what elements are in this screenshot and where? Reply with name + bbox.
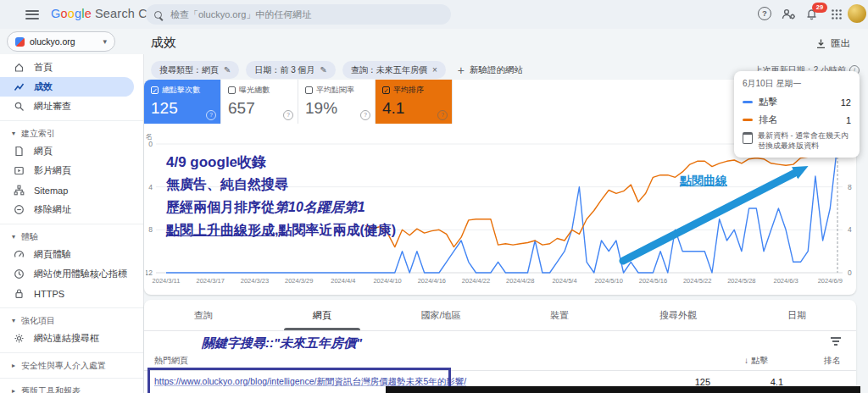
- lock-icon: [14, 288, 25, 299]
- column-header-position[interactable]: 排名: [768, 355, 856, 367]
- notifications-bell-icon[interactable]: 29: [805, 8, 821, 23]
- svg-text:2024/3/17: 2024/3/17: [197, 277, 225, 285]
- search-input[interactable]: [169, 8, 442, 20]
- divider: [0, 307, 143, 308]
- sidebar-item-pages[interactable]: 網頁: [0, 141, 143, 161]
- chevron-down-icon: ▾: [103, 37, 107, 46]
- svg-text:2024/4/10: 2024/4/10: [373, 277, 401, 285]
- checkbox-checked[interactable]: ✓: [382, 86, 390, 94]
- tooltip-row-clicks: 點擊 12: [743, 96, 851, 108]
- sidebar-item-removals[interactable]: 移除網址: [0, 200, 143, 219]
- export-label: 匯出: [831, 37, 850, 50]
- filter-chip-query[interactable]: 查詢：未來五年房價 ×: [342, 61, 446, 79]
- metric-card-total-impressions[interactable]: 曝光總數 657 ?: [221, 80, 298, 124]
- svg-text:8: 8: [848, 183, 852, 191]
- sidebar-item-label: 網址審查: [34, 100, 71, 113]
- svg-text:2024/3/11: 2024/3/11: [153, 277, 181, 285]
- user-settings-icon[interactable]: [782, 8, 797, 23]
- metric-value: 19%: [305, 99, 368, 118]
- sidebar-item-label: 網頁體驗: [34, 248, 71, 261]
- svg-text:2024/5/22: 2024/5/22: [683, 277, 711, 285]
- checkbox-unchecked[interactable]: [305, 86, 313, 94]
- help-icon[interactable]: ?: [206, 110, 216, 120]
- performance-chart-icon: [14, 81, 25, 92]
- sidebar-item-url-inspection[interactable]: 網址審查: [0, 97, 143, 116]
- tab-devices[interactable]: 裝置: [500, 300, 619, 330]
- tab-countries[interactable]: 國家/地區: [381, 300, 500, 330]
- help-icon[interactable]: ?: [360, 110, 370, 120]
- menu-icon[interactable]: [25, 10, 39, 19]
- tab-pages[interactable]: 網頁: [263, 300, 381, 330]
- sidebar-section-experience[interactable]: ▾體驗: [0, 229, 143, 245]
- sidebar-item-label: Sitemap: [34, 185, 68, 196]
- divider: [0, 378, 143, 379]
- edit-pencil-icon[interactable]: ✎: [320, 65, 327, 75]
- sidebar-section-indexing[interactable]: ▾建立索引: [0, 125, 143, 141]
- position-legend-dash: [743, 119, 753, 121]
- chart-tooltip: 6月10日 星期一 點擊 12 排名 1 最新資料 - 通常會在幾天內替換成最終…: [734, 71, 860, 158]
- checkbox-checked[interactable]: ✓: [151, 86, 159, 94]
- url-inspect-searchbar[interactable]: [146, 4, 451, 25]
- sidebar-item-https[interactable]: HTTPS: [0, 284, 143, 303]
- add-filter-button[interactable]: + 新驗證的網站: [458, 64, 523, 77]
- clicks-legend-dash: [743, 101, 753, 103]
- metric-card-average-position[interactable]: ✓平均排序 4.1 ?: [376, 80, 453, 124]
- sidebar-section-security[interactable]: ▸安全性與專人介入處置: [0, 357, 143, 374]
- metric-cards-row: ✓總點擊次數 125 ? 曝光總數 657 ? 平均點閱率 19% ? ✓平均排…: [144, 80, 453, 124]
- sidebar-item-label: 移除網址: [34, 203, 71, 216]
- tooltip-note: 最新資料 - 通常會在幾天內替換成最終版資料: [743, 131, 851, 151]
- tab-dates[interactable]: 日期: [737, 300, 856, 330]
- column-header-pages[interactable]: 熱門網頁: [144, 355, 687, 367]
- apps-grid-icon[interactable]: [831, 8, 846, 24]
- tooltip-date: 6月10日 星期一: [743, 78, 851, 90]
- svg-text:2024/4/22: 2024/4/22: [462, 277, 490, 285]
- sidebar-section-enhancements[interactable]: ▾強化項目: [0, 313, 143, 329]
- sidebar-item-video-pages[interactable]: 影片網頁: [0, 161, 143, 180]
- svg-text:2024/4/16: 2024/4/16: [418, 277, 446, 285]
- metric-value: 125: [151, 99, 214, 118]
- export-button[interactable]: 匯出: [815, 37, 850, 50]
- help-icon[interactable]: ?: [283, 110, 293, 120]
- google-search-console-app: GoogleSearch Console ? 29 oluckyo.org ▾ …: [0, 0, 868, 393]
- sidebar-item-sitelinks-searchbox[interactable]: 網站連結搜尋框: [0, 329, 143, 348]
- help-icon[interactable]: ?: [437, 110, 448, 120]
- column-header-clicks[interactable]: ↓點擊: [687, 355, 768, 367]
- filter-chip-date-range[interactable]: 日期：前 3 個月 ✎: [246, 61, 336, 79]
- sidebar-section-legacy-tools[interactable]: ▸舊版工具和報表: [0, 383, 143, 393]
- chart-annotation-1: 4/9 google收錄: [166, 152, 266, 172]
- chevron-down-icon: ▾: [12, 130, 15, 137]
- filter-chip-search-type[interactable]: 搜尋類型：網頁 ✎: [151, 61, 239, 79]
- metric-card-total-clicks[interactable]: ✓總點擊次數 125 ?: [144, 80, 221, 124]
- metric-card-average-ctr[interactable]: 平均點閱率 19% ?: [298, 80, 376, 124]
- close-icon[interactable]: ×: [432, 65, 437, 75]
- logo-google-text: Google: [51, 7, 92, 20]
- table-filter-icon[interactable]: [831, 337, 841, 347]
- sidebar-item-label: HTTPS: [34, 289, 64, 299]
- sort-down-icon: ↓: [744, 356, 748, 365]
- chevron-down-icon: ▾: [12, 233, 15, 241]
- property-favicon: [15, 37, 25, 47]
- sidebar-item-core-web-vitals[interactable]: 網站使用體驗核心指標: [0, 264, 143, 284]
- checkbox-unchecked[interactable]: [228, 86, 236, 94]
- sidebar-item-label: 成效: [34, 80, 53, 93]
- clock-icon: [14, 268, 25, 280]
- calendar-icon: [743, 132, 753, 144]
- account-avatar[interactable]: [848, 4, 866, 23]
- sidebar-item-home[interactable]: 首頁: [0, 58, 143, 77]
- property-selector[interactable]: oluckyo.org ▾: [7, 31, 115, 52]
- tooltip-row-position: 排名 1: [743, 113, 851, 126]
- tab-queries[interactable]: 查詢: [144, 300, 263, 330]
- download-icon: [815, 38, 826, 49]
- chevron-right-icon: ▸: [12, 362, 15, 369]
- help-icon[interactable]: ?: [758, 7, 773, 22]
- video-icon: [14, 165, 25, 176]
- divider: [0, 120, 143, 121]
- sidebar-item-performance[interactable]: 成效: [0, 77, 134, 97]
- sidebar-item-sitemaps[interactable]: Sitemap: [0, 180, 143, 200]
- tab-search-appearance[interactable]: 搜尋外觀: [619, 300, 737, 330]
- chevron-down-icon: ▾: [12, 317, 15, 324]
- plus-icon: +: [458, 64, 465, 77]
- edit-pencil-icon[interactable]: ✎: [224, 65, 231, 75]
- sidebar-item-page-experience[interactable]: 網頁體驗: [0, 245, 143, 264]
- svg-text:0: 0: [148, 140, 153, 148]
